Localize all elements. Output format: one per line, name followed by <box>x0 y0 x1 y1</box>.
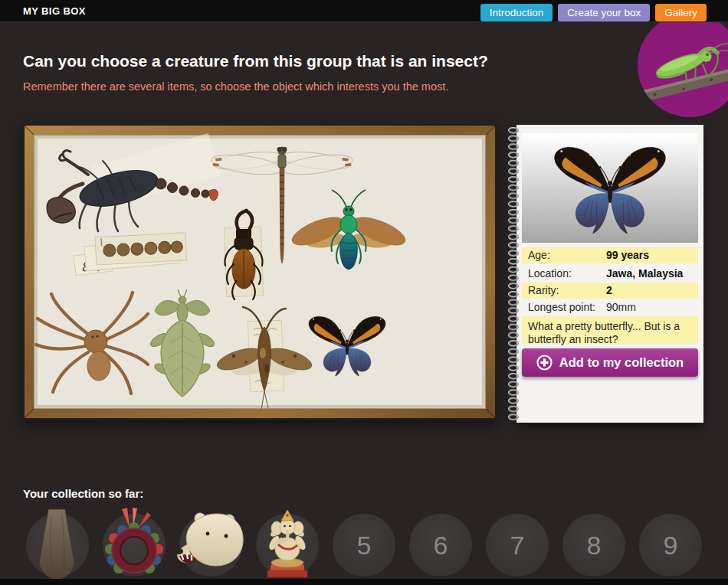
rarity-label: Rarity: <box>528 283 559 299</box>
grasshopper-icon <box>638 13 728 117</box>
collection-slot-8: 8 <box>562 514 625 577</box>
location-value: Jawa, Malaysia <box>606 266 683 282</box>
polar-bear-head-icon <box>175 506 246 583</box>
selected-specimen-photo <box>522 133 698 243</box>
page-title: Can you choose a creature from this grou… <box>23 52 488 70</box>
footer-strip <box>0 579 728 585</box>
location-row: Location: Jawa, Malaysia <box>522 266 698 282</box>
age-row: Age: 99 years <box>522 247 698 263</box>
my-big-box-app: MY BIG BOX Introduction Create your box … <box>0 0 728 585</box>
collection-slot-9: 9 <box>639 514 702 577</box>
topbar: MY BIG BOX Introduction Create your box … <box>0 0 728 22</box>
slot-number: 7 <box>486 514 549 577</box>
slot-number: 5 <box>333 514 395 577</box>
collection-slot-7: 7 <box>486 514 549 577</box>
collection-slot-1[interactable] <box>26 514 89 577</box>
gallery-button[interactable]: Gallery <box>655 4 707 21</box>
collection-slot-5: 5 <box>333 514 395 577</box>
stone-axe-icon <box>22 506 93 583</box>
specimen-description: What a pretty butterfly... But is a butt… <box>522 316 698 344</box>
ganesha-statue-icon <box>252 506 323 583</box>
feather-ornament-icon <box>99 506 169 583</box>
collection-slot-3[interactable] <box>179 514 242 577</box>
age-label: Age: <box>528 247 550 263</box>
location-label: Location: <box>528 266 572 282</box>
slot-number: 8 <box>562 514 625 577</box>
introduction-button[interactable]: Introduction <box>480 4 553 21</box>
main-nav: Introduction Create your box Gallery <box>480 4 707 21</box>
collection-heading: Your collection so far: <box>23 487 143 500</box>
rarity-row: Rarity: 2 <box>522 283 698 299</box>
specimen-display-box: 81, hu <box>23 124 497 420</box>
detail-panel: Age: 99 years Location: Jawa, Malaysia R… <box>508 125 703 423</box>
page-subtitle: Remember there are several items, so cho… <box>23 80 448 93</box>
collection-slot-2[interactable] <box>103 514 166 577</box>
collection-slot-6: 6 <box>409 514 472 577</box>
app-title: MY BIG BOX <box>23 5 86 17</box>
longest-point-value: 90mm <box>606 299 636 315</box>
add-to-collection-label: Add to my collection <box>559 355 684 370</box>
plus-circle-icon <box>536 355 553 371</box>
rarity-value: 2 <box>606 283 612 299</box>
longest-point-row: Longest point: 90mm <box>522 299 698 315</box>
slot-number: 6 <box>409 514 472 577</box>
longest-point-label: Longest point: <box>528 299 595 315</box>
create-your-box-button[interactable]: Create your box <box>558 4 650 21</box>
age-value: 99 years <box>606 247 649 263</box>
collection-slot-4[interactable] <box>256 514 319 577</box>
add-to-collection-button[interactable]: Add to my collection <box>522 348 698 377</box>
slot-number: 9 <box>639 514 702 577</box>
spiral-binding-icon <box>507 126 521 422</box>
